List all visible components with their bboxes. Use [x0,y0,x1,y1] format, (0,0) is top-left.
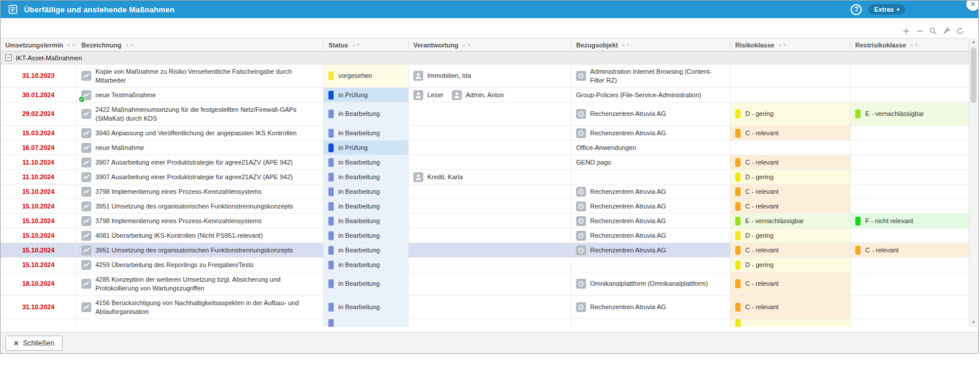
plus-icon[interactable] [902,27,910,35]
cell-umsetzungstermin: 16.07.2024 [1,141,77,155]
column-header[interactable]: Verantwortung▲▼ [409,39,571,51]
cell-umsetzungstermin: 30.01.2024 [1,88,77,102]
cell-bezeichnung: 3798 Implementierung eines Prozess-Kennz… [77,214,324,228]
cell-risikoklasse: E - vernachlässigbar [731,214,851,228]
cell-verantwortung [409,102,571,125]
table-row[interactable]: 31.10.2023Kopie von Maßnahme zu Risiko V… [1,64,969,88]
magnifier-icon[interactable] [929,27,937,35]
group-row-ikt-asset-massnahmen[interactable]: IKT-Asset-Maßnahmen [1,52,969,64]
table-row[interactable]: 15.10.20244081 Überarbeitung IKS-Kontrol… [1,228,969,243]
table-row[interactable]: 15.10.20244259 Überarbeitung des Reporti… [1,258,969,272]
cell-umsetzungstermin [1,319,77,327]
cell-bezugsobjekt [571,170,731,184]
column-header[interactable]: Risikoklasse▲▼ [731,39,851,51]
cell-bezeichnung: 3907 Ausarbeitung einer Produktstrategie… [77,170,324,184]
cell-bezugsobjekt: Rechenzentren Atruvia AG [571,102,731,125]
extras-button[interactable]: Extras▾ [868,4,906,15]
refresh-icon[interactable] [956,27,964,35]
cell-umsetzungstermin: 11.10.2024 [1,170,77,184]
column-header[interactable]: Umsetzungstermin▲▼ [1,39,77,51]
help-button[interactable]: ? [851,4,862,15]
sort-icon: ▲▼ [67,43,76,47]
status-chip [328,217,334,225]
residual-risk-chip [855,110,861,118]
table-row[interactable]: 30.01.2024✓neue Testmaßnahmein PrüfungLe… [1,88,969,102]
cell-bezeichnung: 4081 Überarbeitung IKS-Kontrollen (Nicht… [77,228,324,242]
cell-risikoklasse: D - gering [731,102,851,125]
column-header-label: Umsetzungstermin [5,42,63,49]
table-row[interactable]: 15.10.20243798 Implementierung eines Pro… [1,214,969,228]
measure-icon [81,71,91,81]
cell-restrisikoklasse [851,170,969,184]
scroll-thumb[interactable] [971,47,976,103]
column-header[interactable]: Status▲▼ [324,39,409,51]
measures-table: Umsetzungstermin▲▼Bezeichnung▲▼Status▲▼V… [1,38,969,327]
titlebar: Überfällige und anstehende Maßnahmen ? E… [1,1,978,18]
collapse-icon[interactable] [5,54,12,61]
cell-restrisikoklasse: F - nicht relevant [851,214,969,228]
cell-restrisikoklasse [851,228,969,242]
object-icon [576,245,586,255]
wrench-icon[interactable] [943,27,951,35]
column-header-label: Status [328,42,348,49]
measure-icon [81,231,91,241]
table-row[interactable]: 11.10.20243907 Ausarbeitung einer Produk… [1,155,969,170]
cell-risikoklasse: C - relevant [731,296,851,319]
scroll-down-icon[interactable]: ▼ [969,319,978,327]
table-row[interactable]: 15.10.20243951 Umsetzung des organisator… [1,199,969,214]
column-header[interactable]: Bezeichnung▲▼ [77,39,324,51]
cell-status: in Bearbeitung [324,228,409,242]
measure-icon: ✓ [81,90,91,100]
cell-restrisikoklasse [851,272,969,295]
table-row[interactable]: 11.10.20243907 Ausarbeitung einer Produk… [1,170,969,184]
cell-verantwortung [409,319,571,327]
close-button[interactable]: ✕ Schließen [5,336,63,351]
table-row[interactable]: 31.10.20244156 Berücksichtigung von Nach… [1,296,969,319]
cell-restrisikoklasse [851,319,969,327]
cell-status: in Bearbeitung [324,214,409,228]
measure-icon [81,201,91,211]
cell-umsetzungstermin: 15.03.2024 [1,126,77,140]
cell-bezeichnung: 4156 Berücksichtigung von Nachhaltigkeit… [77,296,324,319]
column-header-label: Bezeichnung [81,42,121,49]
cell-verantwortung: Kredit, Karla [409,170,571,184]
sort-icon: ▲▼ [622,43,631,47]
column-header[interactable]: Bezugsobjekt▲▼ [571,39,731,51]
scroll-up-icon[interactable]: ▲ [969,38,978,46]
table-row[interactable]: 15.10.20243951 Umsetzung des organisator… [1,243,969,258]
cell-status: vorgesehen [324,64,409,87]
cell-bezugsobjekt: Omnikanalplattform (Omnikanalplattform) [571,272,731,295]
table-row[interactable]: 16.07.2024neue Maßnahmein PrüfungOffice-… [1,141,969,155]
cell-risikoklasse [731,88,851,102]
status-chip [328,110,334,118]
table-row[interactable]: 15.03.20243940 Anpassung und Veröffentli… [1,126,969,141]
minus-icon[interactable] [916,27,924,35]
cell-risikoklasse [731,64,851,87]
cell-bezeichnung: 3798 Implementierung eines Prozess-Kennz… [77,184,324,199]
cell-restrisikoklasse [851,296,969,319]
risk-chip [735,158,741,167]
status-chip [328,303,334,312]
cell-restrisikoklasse [851,155,969,169]
cell-risikoklasse: D - gering [731,319,851,327]
window-close-button[interactable]: ✕ [966,0,979,11]
status-chip [328,173,334,182]
measure-icon [81,279,91,289]
cell-bezugsobjekt [571,258,731,272]
close-x-icon: ✕ [13,340,19,347]
object-icon [576,216,586,226]
risk-chip [735,279,741,288]
vertical-scrollbar[interactable]: ▲ ▼ [969,38,978,327]
column-header[interactable]: Restrisikoklasse▲▼ [851,39,969,51]
table-row[interactable]: 29.02.20242422 Maßnahmenumsetzung für di… [1,102,969,126]
cell-risikoklasse: C - relevant [731,126,851,140]
cell-umsetzungstermin: 31.10.2023 [1,64,77,87]
table-row[interactable]: 15.10.20243798 Implementierung eines Pro… [1,184,969,199]
table-row[interactable]: 18.10.20244285 Konzeption der weiteren U… [1,272,969,296]
cell-bezeichnung: 4285 Konzeption der weiteren Umsetzung b… [77,272,324,295]
cell-bezeichnung: 2422 Maßnahmenumsetzung für die festgest… [77,102,324,125]
cell-risikoklasse: D - gering [731,258,851,272]
cell-risikoklasse: C - relevant [731,199,851,213]
cell-verantwortung [409,141,571,155]
table-row[interactable]: in BearbeitungD - gering [1,319,969,327]
